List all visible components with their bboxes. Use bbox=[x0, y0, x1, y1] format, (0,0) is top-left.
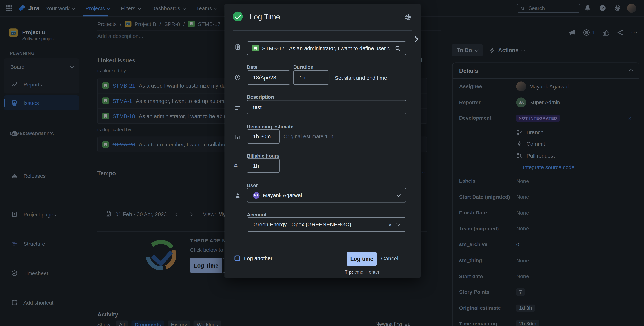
dialog-title: Log Time bbox=[250, 13, 280, 22]
description-lines-icon bbox=[234, 105, 241, 111]
jira-issue-page: Jira Your work Projects Filters Dashboar… bbox=[0, 0, 644, 326]
search-icon bbox=[394, 45, 401, 51]
log-another-checkbox[interactable] bbox=[234, 255, 240, 261]
issue-picker-value: STMB-17 · As an administrator, I want to… bbox=[262, 45, 391, 51]
issue-picker[interactable]: STMB-17 · As an administrator, I want to… bbox=[247, 41, 406, 55]
dialog-settings-gear-icon[interactable] bbox=[404, 14, 412, 21]
duration-label: Duration bbox=[293, 64, 313, 70]
shortcut-tip: Tip: cmd + enter bbox=[344, 269, 380, 274]
user-label: User bbox=[247, 183, 258, 189]
person-icon bbox=[234, 193, 241, 199]
log-time-dialog: Log Time STMB-17 · As an administrator, … bbox=[225, 4, 420, 278]
billable-hours-input[interactable]: 1h bbox=[247, 158, 280, 173]
date-label: Date bbox=[247, 64, 258, 70]
remaining-estimate-input[interactable]: 1h 30m bbox=[247, 129, 280, 144]
original-estimate-hint: Original estimate 11h bbox=[284, 133, 334, 139]
clear-account-icon[interactable]: × bbox=[387, 221, 394, 228]
currency-icon: ¤ bbox=[234, 162, 238, 169]
date-input[interactable]: 18/Apr/23 bbox=[247, 70, 290, 85]
user-avatar-initials: MA bbox=[253, 192, 260, 198]
chevron-down-icon bbox=[396, 222, 400, 226]
account-select[interactable]: Green Energy - Opex (GREENENERGO) × bbox=[247, 217, 406, 232]
set-start-end-link[interactable]: Set start and end time bbox=[335, 75, 387, 81]
billable-hours-label: Billable hours bbox=[247, 153, 280, 159]
estimate-chart-icon bbox=[234, 134, 241, 140]
worklog-description-input[interactable]: test bbox=[247, 100, 406, 114]
remaining-estimate-label: Remaining estimate bbox=[247, 124, 293, 130]
account-label: Account bbox=[247, 212, 266, 218]
log-another-label: Log another bbox=[244, 255, 272, 261]
expand-chevron-right-icon[interactable] bbox=[412, 34, 418, 44]
issue-clipboard-icon bbox=[234, 44, 241, 50]
dialog-divider bbox=[233, 30, 412, 30]
user-select[interactable]: MA Mayank Agarwal bbox=[247, 188, 406, 203]
duration-input[interactable]: 1h bbox=[293, 70, 330, 85]
chevron-down-icon bbox=[396, 193, 401, 197]
clock-icon bbox=[234, 75, 241, 81]
description-label: Description bbox=[247, 94, 274, 100]
cancel-button[interactable]: Cancel bbox=[381, 255, 398, 262]
success-check-icon bbox=[233, 12, 243, 22]
story-icon bbox=[252, 45, 259, 51]
log-time-submit-button[interactable]: Log time bbox=[347, 252, 376, 266]
